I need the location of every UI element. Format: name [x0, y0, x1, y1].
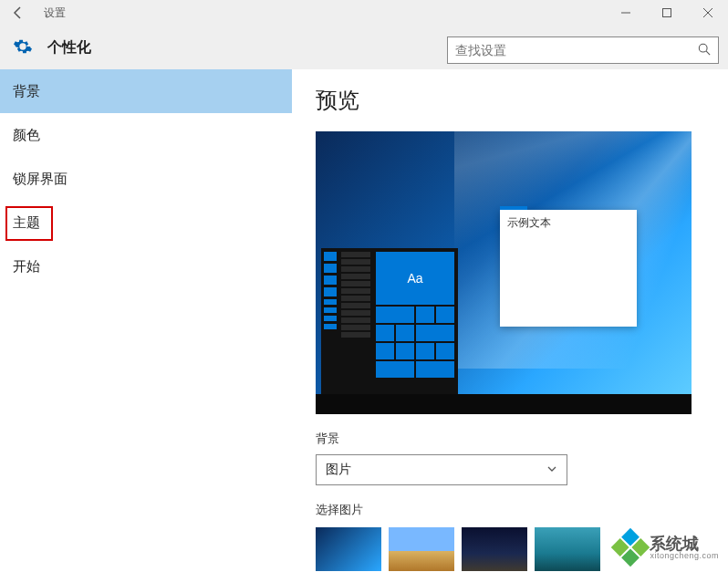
svg-point-2 — [699, 44, 707, 52]
search-icon — [698, 43, 711, 58]
maximize-button[interactable] — [646, 0, 687, 26]
sidebar-item-label: 主题 — [13, 214, 40, 232]
picture-thumb[interactable] — [462, 527, 527, 571]
window-title: 设置 — [44, 5, 66, 21]
sample-text: 示例文本 — [507, 216, 551, 229]
page-title: 个性化 — [47, 38, 91, 57]
background-dropdown[interactable]: 图片 — [316, 454, 567, 485]
watermark: 系统城 xitongcheng.com — [617, 534, 719, 561]
watermark-url: xitongcheng.com — [650, 552, 719, 560]
picture-thumb[interactable] — [535, 527, 600, 571]
back-button[interactable] — [0, 0, 36, 26]
background-label: 背景 — [316, 431, 704, 447]
sidebar-item-background[interactable]: 背景 — [0, 69, 292, 113]
sidebar-item-label: 锁屏界面 — [13, 171, 68, 188]
maximize-icon — [662, 8, 671, 17]
main-panel: 预览 示例文本 Aa 背景 图片 — [292, 69, 728, 572]
preview-heading: 预览 — [316, 86, 704, 115]
watermark-brand: 系统城 — [650, 536, 719, 552]
picture-thumb[interactable] — [316, 527, 381, 571]
search-input-box[interactable] — [447, 36, 719, 64]
close-button[interactable] — [687, 0, 728, 26]
aa-tile: Aa — [376, 252, 454, 305]
sidebar: 背景 颜色 锁屏界面 主题 开始 — [0, 69, 292, 572]
sidebar-item-label: 开始 — [13, 258, 40, 276]
gear-icon — [13, 36, 33, 59]
sidebar-item-label: 颜色 — [13, 127, 40, 144]
minimize-button[interactable] — [605, 0, 646, 26]
start-menu-preview: Aa — [321, 248, 458, 394]
desktop-preview: 示例文本 Aa — [316, 131, 692, 414]
sample-window: 示例文本 — [500, 210, 637, 327]
sidebar-item-colors[interactable]: 颜色 — [0, 113, 292, 157]
sidebar-item-lockscreen[interactable]: 锁屏界面 — [0, 157, 292, 201]
window-controls — [605, 0, 728, 26]
watermark-logo-icon — [611, 528, 650, 567]
search-container — [447, 36, 719, 64]
sidebar-item-themes[interactable]: 主题 — [0, 201, 292, 244]
minimize-icon — [621, 8, 630, 17]
picture-thumb[interactable] — [389, 527, 454, 571]
svg-line-3 — [706, 51, 710, 55]
arrow-left-icon — [11, 5, 26, 20]
choose-picture-label: 选择图片 — [316, 502, 704, 518]
chevron-down-icon — [546, 463, 557, 477]
search-input[interactable] — [455, 43, 698, 57]
close-icon — [703, 8, 712, 17]
dropdown-value: 图片 — [326, 462, 351, 478]
sidebar-item-start[interactable]: 开始 — [0, 244, 292, 288]
sidebar-item-label: 背景 — [13, 83, 40, 100]
taskbar-preview — [316, 394, 692, 414]
titlebar: 设置 — [0, 0, 728, 26]
content: 背景 颜色 锁屏界面 主题 开始 预览 示例文本 Aa — [0, 69, 728, 572]
svg-rect-1 — [662, 9, 671, 17]
